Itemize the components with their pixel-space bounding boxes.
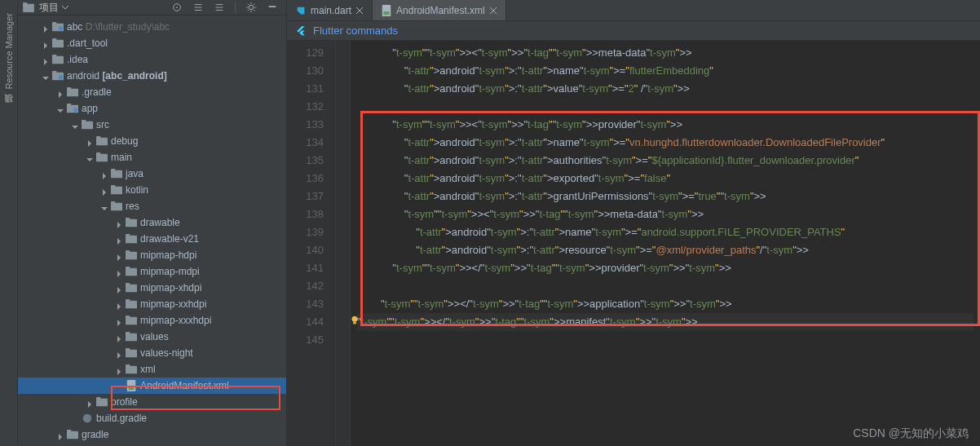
svg-rect-34: [126, 218, 130, 221]
svg-rect-28: [111, 169, 115, 172]
tree-item[interactable]: .gradle: [18, 84, 286, 100]
dropdown-icon[interactable]: [62, 4, 68, 11]
svg-rect-12: [52, 55, 56, 58]
left-tool-rail: Resource Manager 项目: [0, 0, 18, 446]
svg-rect-19: [67, 104, 71, 107]
editor-tab[interactable]: main.dart: [287, 0, 373, 20]
project-panel-header: 项目: [18, 0, 286, 15]
svg-rect-17: [67, 87, 71, 91]
svg-rect-44: [126, 299, 130, 302]
tree-item[interactable]: mipmap-xxhdpi: [18, 296, 286, 312]
svg-rect-7: [52, 22, 56, 25]
svg-rect-26: [96, 152, 100, 156]
tree-item[interactable]: gradle: [18, 426, 286, 443]
watermark: CSDN @无知的小菜鸡: [853, 426, 969, 441]
svg-rect-46: [126, 316, 130, 319]
locate-icon[interactable]: [171, 2, 183, 13]
svg-point-8: [59, 26, 63, 30]
lightbulb-icon[interactable]: [351, 315, 360, 326]
tree-item[interactable]: AndroidManifest.xml: [18, 378, 286, 394]
svg-rect-42: [126, 283, 130, 286]
project-icon: [23, 2, 34, 12]
tree-item[interactable]: values: [18, 329, 286, 345]
code-body[interactable]: "t-sym""t-sym">><"t-sym">>"t-tag""t-sym"…: [351, 41, 980, 446]
svg-point-57: [83, 414, 92, 423]
divider: [235, 2, 236, 13]
project-panel: 项目 abc D:\flutter_study\abc.dart_tool.id…: [18, 0, 287, 446]
svg-rect-38: [126, 250, 130, 254]
flutter-commands-bar[interactable]: Flutter commands: [287, 21, 980, 41]
line-gutter: 1291301311321331341351361371381391401411…: [287, 41, 336, 446]
tree-item[interactable]: values-night: [18, 345, 286, 361]
project-tree[interactable]: abc D:\flutter_study\abc.dart_tool.ideaa…: [18, 15, 286, 446]
svg-rect-5: [269, 6, 276, 7]
tree-item[interactable]: .dart_tool: [18, 35, 286, 51]
svg-rect-50: [126, 348, 130, 351]
flutter-icon: [295, 25, 307, 37]
tree-item[interactable]: app: [18, 100, 286, 117]
rail-resource-manager[interactable]: Resource Manager: [4, 13, 14, 90]
tree-item[interactable]: android [abc_android]: [18, 68, 286, 84]
code-editor[interactable]: 1291301311321331341351361371381391401411…: [287, 41, 980, 446]
close-icon[interactable]: [489, 7, 497, 15]
tree-item[interactable]: mipmap-mdpi: [18, 263, 286, 280]
editor-tab[interactable]: AndroidManifest.xml: [373, 0, 506, 20]
expand-icon[interactable]: [214, 2, 225, 13]
tree-item[interactable]: .idea: [18, 51, 286, 68]
svg-point-20: [73, 108, 77, 112]
svg-point-15: [59, 75, 63, 79]
tree-item[interactable]: profile: [18, 394, 286, 410]
svg-rect-1: [23, 2, 27, 6]
svg-rect-61: [384, 11, 390, 14]
tree-item[interactable]: res: [18, 198, 286, 214]
svg-rect-32: [111, 201, 115, 205]
tree-item[interactable]: abc D:\flutter_study\abc: [18, 19, 286, 35]
tree-item[interactable]: build.gradle: [18, 410, 286, 426]
svg-rect-36: [126, 234, 130, 237]
project-panel-title: 项目: [39, 1, 59, 15]
hide-icon[interactable]: [267, 2, 278, 13]
svg-rect-30: [111, 185, 115, 188]
svg-point-4: [249, 5, 253, 9]
editor-tab-bar: main.dartAndroidManifest.xml: [287, 0, 980, 21]
tree-item[interactable]: java: [18, 166, 286, 182]
tree-item[interactable]: drawable-v21: [18, 231, 286, 247]
tree-item[interactable]: drawable: [18, 214, 286, 231]
tree-item[interactable]: debug: [18, 133, 286, 149]
tree-item[interactable]: kotlin: [18, 182, 286, 198]
close-icon[interactable]: [355, 7, 364, 15]
svg-rect-48: [126, 332, 130, 335]
tree-item[interactable]: mipmap-xhdpi: [18, 280, 286, 296]
svg-rect-59: [67, 430, 71, 433]
svg-rect-22: [82, 120, 86, 123]
svg-rect-14: [52, 71, 56, 74]
fold-gutter: [336, 41, 351, 446]
svg-rect-24: [96, 136, 100, 139]
svg-rect-63: [353, 322, 356, 325]
editor-area: main.dartAndroidManifest.xml Flutter com…: [287, 0, 980, 446]
svg-rect-40: [126, 267, 130, 270]
svg-point-62: [352, 316, 358, 322]
svg-point-3: [176, 7, 178, 8]
tree-item[interactable]: src: [18, 117, 286, 133]
svg-rect-56: [96, 397, 100, 400]
flutter-commands-label: Flutter commands: [313, 24, 398, 37]
tree-item[interactable]: xml: [18, 361, 286, 378]
svg-rect-52: [126, 364, 130, 368]
collapse-icon[interactable]: [192, 2, 204, 13]
tree-item[interactable]: mipmap-xxxhdpi: [18, 312, 286, 329]
svg-rect-54: [129, 386, 135, 390]
settings-icon[interactable]: [245, 2, 257, 13]
tree-item[interactable]: main: [18, 149, 286, 166]
svg-rect-10: [52, 38, 56, 42]
tree-item[interactable]: mipmap-hdpi: [18, 247, 286, 263]
